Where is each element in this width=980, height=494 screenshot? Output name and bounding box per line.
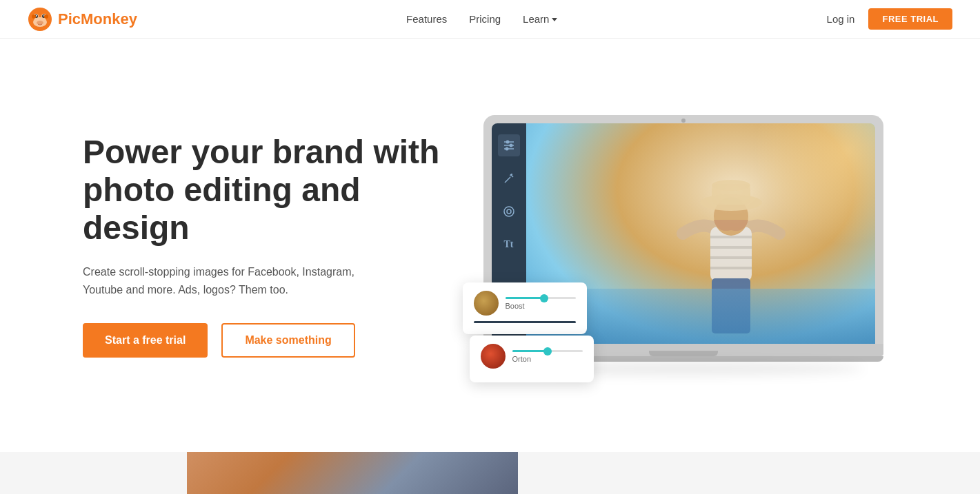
features-link[interactable]: Features	[406, 13, 447, 25]
make-something-button[interactable]: Make something	[221, 323, 354, 358]
panel-slider-boost[interactable]: Boost	[506, 297, 576, 310]
panel-divider	[474, 321, 576, 323]
svg-point-23	[507, 209, 511, 214]
panel-slider-orton[interactable]: Orton	[512, 350, 583, 363]
tool-effects	[498, 200, 520, 223]
slider-fill-boost	[506, 297, 544, 299]
bottom-section	[0, 452, 980, 494]
svg-point-14	[509, 144, 512, 147]
login-link[interactable]: Log in	[827, 13, 855, 25]
logo-text: PicMonkey	[58, 10, 137, 28]
nav-item-features[interactable]: Features	[406, 13, 447, 25]
slider-fill-orton	[512, 350, 548, 352]
slider-thumb-orton	[543, 347, 552, 356]
laptop-illustration: Tt	[483, 115, 883, 375]
svg-point-10	[44, 14, 48, 19]
hero-title: Power your brand with photo editing and …	[83, 133, 441, 247]
logo-link[interactable]: PicMonkey	[28, 7, 137, 32]
slider-track-boost	[506, 297, 576, 299]
panel-avatar-warm	[474, 291, 499, 316]
hero-subtitle: Create scroll-stopping images for Facebo…	[83, 263, 372, 298]
floating-panel-orton: Orton	[470, 336, 594, 382]
learn-chevron-icon	[552, 18, 557, 21]
slider-track-orton	[512, 350, 583, 352]
floating-panel-boost: Boost	[463, 282, 587, 334]
tool-sliders	[498, 134, 520, 156]
hero-text: Power your brand with photo editing and …	[83, 133, 441, 358]
panel-label-boost: Boost	[506, 302, 576, 310]
panel-orton-row: Orton	[481, 344, 583, 369]
start-trial-button[interactable]: Start a free trial	[83, 323, 208, 358]
tool-wand	[498, 167, 520, 189]
svg-point-12	[506, 141, 509, 144]
navbar: PicMonkey Features Pricing Learn Log in …	[0, 0, 980, 39]
free-trial-button[interactable]: FREE TRIAL	[868, 8, 952, 30]
panel-boost-row: Boost	[474, 291, 576, 316]
hero-section: Power your brand with photo editing and …	[0, 39, 980, 452]
svg-point-9	[32, 14, 36, 19]
nav-item-pricing[interactable]: Pricing	[469, 13, 501, 25]
bottom-image	[187, 452, 518, 494]
slider-thumb-boost	[540, 294, 548, 302]
svg-point-8	[37, 21, 43, 25]
svg-line-17	[505, 177, 510, 183]
panel-avatar-red	[481, 344, 506, 369]
laptop-camera	[681, 119, 686, 123]
svg-point-22	[504, 207, 514, 216]
logo-icon	[28, 7, 52, 32]
svg-point-6	[36, 15, 37, 17]
nav-right: Log in FREE TRIAL	[827, 8, 952, 30]
nav-item-learn[interactable]: Learn	[523, 13, 557, 25]
learn-link[interactable]: Learn	[523, 13, 557, 25]
hero-buttons: Start a free trial Make something	[83, 323, 441, 358]
learn-label: Learn	[523, 13, 549, 25]
pricing-link[interactable]: Pricing	[469, 13, 501, 25]
hero-visual: Tt	[441, 80, 925, 411]
panel-label-orton: Orton	[512, 355, 583, 363]
svg-point-16	[505, 147, 508, 151]
nav-links: Features Pricing Learn	[406, 13, 557, 25]
tool-text: Tt	[498, 234, 520, 256]
